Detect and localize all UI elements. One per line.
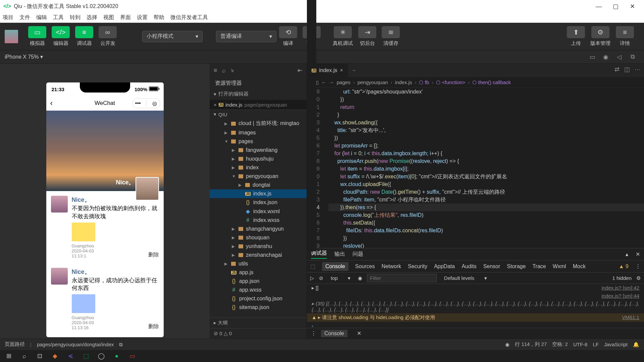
eye-icon[interactable]: ◉: [505, 342, 509, 348]
phone-simulator[interactable]: 21:33 100% ‹ WeChat •••◎ Nice。 Nice。不要因为…: [46, 82, 164, 337]
tree-item-utils[interactable]: ▶utils: [210, 259, 307, 268]
menu-文件[interactable]: 文件: [19, 14, 30, 21]
menu-设置[interactable]: 设置: [137, 14, 148, 21]
copy-icon[interactable]: ⧉: [119, 342, 123, 348]
split-icon[interactable]: ◫: [624, 66, 630, 73]
tab-output[interactable]: 输出: [334, 251, 345, 258]
breadcrumb-item[interactable]: ⬡ fb: [419, 79, 429, 85]
menu-视图[interactable]: 视图: [103, 14, 114, 21]
tree-item-shouquan[interactable]: ▶shouquan: [210, 233, 307, 242]
more-icon[interactable]: ⋯: [635, 66, 641, 73]
moments-post[interactable]: Nice。永远要记得，成功的决心远胜于任何东西Guangzhou2020-04-…: [46, 263, 164, 335]
background-button[interactable]: ⇥: [358, 26, 376, 38]
drawer-console-tab[interactable]: Console: [321, 330, 347, 337]
editor-tab[interactable]: [307, 0, 316, 251]
tree-item-sitemap.json[interactable]: {}sitemap.json: [210, 303, 307, 312]
rotate-icon[interactable]: ▭: [586, 53, 599, 61]
cursor-position[interactable]: 行 114，列 27: [515, 341, 547, 348]
devtools-tab-appdata[interactable]: AppData: [434, 263, 455, 269]
tree-item-index[interactable]: ▶index: [210, 163, 307, 172]
devtools-tab-audits[interactable]: Audits: [462, 263, 476, 269]
tree-item-dongtai[interactable]: ▶dongtai: [210, 181, 307, 189]
nav-fwd-icon[interactable]: →: [329, 79, 334, 85]
tree-item-app.json[interactable]: {}app.json: [210, 277, 307, 286]
outline-section[interactable]: ▸ 大纲: [210, 317, 307, 328]
more-icon[interactable]: ⋮: [311, 330, 316, 337]
menu-项目[interactable]: 项目: [3, 14, 13, 21]
close-icon[interactable]: ×: [214, 102, 217, 108]
cloud-button[interactable]: ∞: [99, 26, 117, 38]
menu-dots-icon[interactable]: •••: [135, 100, 141, 106]
close-icon[interactable]: ×: [340, 67, 343, 73]
mute-icon[interactable]: ◁: [612, 53, 626, 61]
menu-icon[interactable]: ≡: [214, 67, 217, 74]
project-root[interactable]: ▾QIU: [210, 110, 307, 119]
hidden-count[interactable]: 1 hidden: [612, 275, 632, 281]
menu-编辑[interactable]: 编辑: [36, 14, 47, 21]
wechat-icon[interactable]: ●: [110, 351, 123, 361]
console-source[interactable]: index.js? [sm]:44: [601, 293, 639, 299]
search-icon[interactable]: ⌕: [222, 67, 226, 74]
open-editors-section[interactable]: ▾打开的编辑器: [210, 89, 307, 99]
tree-item-index.wxml[interactable]: ◆index.wxml: [210, 207, 307, 216]
tab-issues[interactable]: 问题: [353, 251, 363, 258]
editor-file-tab[interactable]: JS index.js ×: [307, 64, 348, 77]
chrome-icon[interactable]: ◯: [95, 351, 108, 361]
back-icon[interactable]: ‹: [50, 99, 53, 108]
tree-item-shangchangyun[interactable]: ▶shangchangyun: [210, 225, 307, 233]
moments-hero[interactable]: Nice。: [46, 111, 164, 191]
nav-back-icon[interactable]: ←: [321, 79, 326, 85]
record-icon[interactable]: ◉: [599, 53, 612, 61]
compare-icon[interactable]: ⇄: [614, 66, 620, 73]
code-text[interactable]: url: "str">'/pages/shouquan/index' }) re…: [326, 88, 644, 248]
git-icon[interactable]: ঌ: [230, 67, 233, 74]
levels-dropdown[interactable]: Default levels ▾: [441, 275, 490, 281]
debugger-button[interactable]: ≡: [75, 26, 93, 38]
bell-icon[interactable]: 🔔: [633, 342, 639, 348]
minimize-button[interactable]: —: [590, 3, 607, 10]
breadcrumb-item[interactable]: ⬡ <function>: [436, 79, 465, 85]
upload-button[interactable]: ⬆: [567, 26, 585, 38]
compile-button[interactable]: ⟲: [279, 26, 297, 38]
console-output[interactable]: ▸ []index.js? [sm]:42index.js? [sm]:44▸ …: [307, 284, 644, 328]
delete-button[interactable]: 删除: [148, 323, 159, 330]
tree-item-app.js[interactable]: JSapp.js: [210, 268, 307, 277]
post-avatar[interactable]: [51, 196, 68, 213]
gear-icon[interactable]: ⚙: [636, 275, 641, 281]
post-image[interactable]: [72, 294, 95, 313]
device-dropdown[interactable]: iPhone X 75% ▾: [5, 54, 43, 60]
open-editor-tab[interactable]: × JS index.js pages\pengyouquan: [210, 100, 307, 110]
realdev-button[interactable]: ✳: [334, 26, 352, 38]
app-icon[interactable]: ◆: [48, 351, 62, 361]
console-line[interactable]: index.js? [sm]:44: [307, 292, 644, 300]
ppt-icon[interactable]: ▭: [125, 351, 139, 361]
context-dropdown[interactable]: top▾: [328, 275, 353, 281]
clear-cache-button[interactable]: ≋: [382, 26, 400, 38]
language[interactable]: JavaScript: [604, 342, 628, 347]
devtools-icon[interactable]: ⬚: [79, 351, 93, 361]
close-icon[interactable]: ✕: [357, 330, 361, 337]
start-button[interactable]: ⊞: [2, 351, 15, 361]
tree-item-yunhanshu[interactable]: ▶yunhanshu: [210, 242, 307, 251]
simulator-button[interactable]: ▭: [28, 26, 46, 38]
project-avatar[interactable]: [5, 30, 18, 43]
breadcrumb-item[interactable]: pages: [337, 79, 351, 85]
menu-界面[interactable]: 界面: [120, 14, 131, 21]
more-icon[interactable]: ⋮: [635, 263, 641, 269]
tree-item-project.config.json[interactable]: {}project.config.json: [210, 294, 307, 303]
tree-item-pengyouquan[interactable]: ▼pengyouquan: [210, 172, 307, 181]
tree-item-index.json[interactable]: {}index.json: [210, 198, 307, 207]
tree-item-pages[interactable]: ▼pages: [210, 137, 307, 146]
devtools-tab-security[interactable]: Security: [408, 263, 427, 269]
devtools-tab-sensor[interactable]: Sensor: [483, 263, 500, 269]
mode-dropdown[interactable]: 小程序模式▾: [142, 31, 203, 42]
tree-item-index.wxss[interactable]: #index.wxss: [210, 216, 307, 225]
breadcrumb-item[interactable]: pengyouquan: [358, 79, 388, 85]
encoding[interactable]: UTF-8: [573, 342, 588, 347]
code-editor[interactable]: 9910010110210310410510610710810911011111…: [307, 88, 644, 248]
menu-转到[interactable]: 转到: [70, 14, 80, 21]
clear-icon[interactable]: ⊘: [319, 275, 323, 281]
post-image[interactable]: [72, 223, 95, 241]
tree-item-zenshanchagai[interactable]: ▶zenshanchagai: [210, 251, 307, 259]
devtools-tab-sources[interactable]: Sources: [355, 263, 375, 269]
